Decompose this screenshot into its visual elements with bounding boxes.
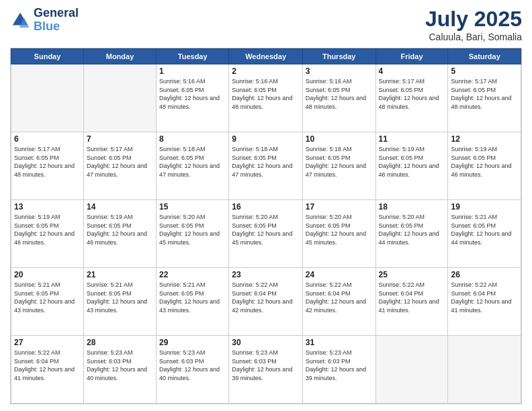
- week-row-2: 6Sunrise: 5:17 AM Sunset: 6:05 PM Daylig…: [11, 132, 521, 200]
- cal-cell-2-4: 17Sunrise: 5:20 AM Sunset: 6:05 PM Dayli…: [302, 200, 375, 268]
- day-number: 16: [232, 202, 300, 212]
- cal-cell-4-0: 27Sunrise: 5:22 AM Sunset: 6:04 PM Dayli…: [11, 336, 84, 404]
- day-number: 15: [159, 202, 226, 212]
- day-number: 20: [14, 270, 81, 279]
- day-number: 19: [451, 202, 518, 212]
- cell-info: Sunrise: 5:21 AM Sunset: 6:05 PM Dayligh…: [14, 281, 81, 314]
- cal-cell-4-4: 31Sunrise: 5:23 AM Sunset: 6:03 PM Dayli…: [302, 336, 375, 404]
- day-number: 3: [306, 66, 373, 76]
- day-number: 10: [306, 134, 373, 144]
- cell-info: Sunrise: 5:20 AM Sunset: 6:05 PM Dayligh…: [379, 213, 445, 246]
- cell-info: Sunrise: 5:22 AM Sunset: 6:04 PM Dayligh…: [14, 349, 81, 382]
- day-number: 22: [159, 270, 226, 279]
- cell-info: Sunrise: 5:17 AM Sunset: 6:05 PM Dayligh…: [451, 77, 518, 111]
- header-thursday: Thursday: [302, 49, 375, 64]
- cal-cell-4-5: [375, 336, 448, 404]
- month-title: July 2025: [425, 7, 522, 32]
- cell-info: Sunrise: 5:23 AM Sunset: 6:03 PM Dayligh…: [159, 349, 226, 382]
- cal-cell-1-3: 9Sunrise: 5:18 AM Sunset: 6:05 PM Daylig…: [229, 132, 303, 200]
- header-friday: Friday: [375, 49, 448, 64]
- cal-cell-0-1: [83, 64, 156, 132]
- cal-cell-2-3: 16Sunrise: 5:20 AM Sunset: 6:05 PM Dayli…: [229, 200, 303, 268]
- cell-info: Sunrise: 5:17 AM Sunset: 6:05 PM Dayligh…: [14, 145, 81, 179]
- location: Caluula, Bari, Somalia: [425, 32, 522, 42]
- day-number: 30: [232, 338, 300, 347]
- cell-info: Sunrise: 5:19 AM Sunset: 6:05 PM Dayligh…: [379, 145, 445, 179]
- header-row: Sunday Monday Tuesday Wednesday Thursday…: [11, 49, 521, 64]
- day-number: 24: [306, 270, 373, 279]
- cell-info: Sunrise: 5:23 AM Sunset: 6:03 PM Dayligh…: [87, 349, 153, 382]
- cal-cell-1-2: 8Sunrise: 5:18 AM Sunset: 6:05 PM Daylig…: [157, 132, 229, 200]
- cell-info: Sunrise: 5:21 AM Sunset: 6:05 PM Dayligh…: [87, 281, 153, 314]
- cal-cell-1-0: 6Sunrise: 5:17 AM Sunset: 6:05 PM Daylig…: [11, 132, 84, 200]
- cell-info: Sunrise: 5:22 AM Sunset: 6:04 PM Dayligh…: [306, 281, 373, 314]
- cal-cell-3-2: 22Sunrise: 5:21 AM Sunset: 6:05 PM Dayli…: [157, 268, 229, 336]
- cal-cell-4-2: 29Sunrise: 5:23 AM Sunset: 6:03 PM Dayli…: [157, 336, 229, 404]
- day-number: 1: [159, 66, 226, 76]
- cal-cell-3-4: 24Sunrise: 5:22 AM Sunset: 6:04 PM Dayli…: [302, 268, 375, 336]
- week-row-3: 13Sunrise: 5:19 AM Sunset: 6:05 PM Dayli…: [11, 200, 521, 268]
- cell-info: Sunrise: 5:20 AM Sunset: 6:05 PM Dayligh…: [159, 213, 226, 246]
- day-number: 7: [87, 134, 153, 144]
- cell-info: Sunrise: 5:21 AM Sunset: 6:05 PM Dayligh…: [159, 281, 226, 314]
- day-number: 12: [451, 134, 518, 144]
- cell-info: Sunrise: 5:18 AM Sunset: 6:05 PM Dayligh…: [159, 145, 226, 179]
- week-row-1: 1Sunrise: 5:16 AM Sunset: 6:05 PM Daylig…: [11, 64, 521, 132]
- cal-cell-2-2: 15Sunrise: 5:20 AM Sunset: 6:05 PM Dayli…: [157, 200, 229, 268]
- day-number: 6: [14, 134, 81, 144]
- cal-cell-0-5: 4Sunrise: 5:17 AM Sunset: 6:05 PM Daylig…: [375, 64, 448, 132]
- day-number: 29: [159, 338, 226, 347]
- cell-info: Sunrise: 5:16 AM Sunset: 6:05 PM Dayligh…: [159, 77, 226, 111]
- cal-cell-1-6: 12Sunrise: 5:19 AM Sunset: 6:05 PM Dayli…: [448, 132, 521, 200]
- day-number: 8: [159, 134, 226, 144]
- calendar-table: Sunday Monday Tuesday Wednesday Thursday…: [11, 48, 521, 404]
- cal-cell-2-6: 19Sunrise: 5:21 AM Sunset: 6:05 PM Dayli…: [448, 200, 521, 268]
- cal-cell-4-6: [448, 336, 521, 404]
- cal-cell-2-0: 13Sunrise: 5:19 AM Sunset: 6:05 PM Dayli…: [11, 200, 84, 268]
- day-number: 4: [379, 66, 445, 76]
- cal-cell-4-1: 28Sunrise: 5:23 AM Sunset: 6:03 PM Dayli…: [83, 336, 156, 404]
- cal-cell-3-0: 20Sunrise: 5:21 AM Sunset: 6:05 PM Dayli…: [11, 268, 84, 336]
- header-saturday: Saturday: [448, 49, 521, 64]
- logo-icon: [10, 10, 30, 30]
- cal-cell-1-1: 7Sunrise: 5:17 AM Sunset: 6:05 PM Daylig…: [83, 132, 156, 200]
- cal-cell-0-2: 1Sunrise: 5:16 AM Sunset: 6:05 PM Daylig…: [157, 64, 229, 132]
- cell-info: Sunrise: 5:23 AM Sunset: 6:03 PM Dayligh…: [306, 349, 373, 382]
- cal-cell-3-1: 21Sunrise: 5:21 AM Sunset: 6:05 PM Dayli…: [83, 268, 156, 336]
- header-sunday: Sunday: [11, 49, 84, 64]
- cell-info: Sunrise: 5:23 AM Sunset: 6:03 PM Dayligh…: [232, 349, 300, 382]
- cal-cell-1-5: 11Sunrise: 5:19 AM Sunset: 6:05 PM Dayli…: [375, 132, 448, 200]
- header-tuesday: Tuesday: [157, 49, 229, 64]
- day-number: 14: [87, 202, 153, 212]
- cal-cell-0-6: 5Sunrise: 5:17 AM Sunset: 6:05 PM Daylig…: [448, 64, 521, 132]
- logo: General Blue: [10, 7, 79, 34]
- cal-cell-3-3: 23Sunrise: 5:22 AM Sunset: 6:04 PM Dayli…: [229, 268, 303, 336]
- cell-info: Sunrise: 5:22 AM Sunset: 6:04 PM Dayligh…: [379, 281, 445, 314]
- day-number: 2: [232, 66, 300, 76]
- cal-cell-0-3: 2Sunrise: 5:16 AM Sunset: 6:05 PM Daylig…: [229, 64, 303, 132]
- cal-cell-3-6: 26Sunrise: 5:22 AM Sunset: 6:04 PM Dayli…: [448, 268, 521, 336]
- day-number: 9: [232, 134, 300, 144]
- logo-line1: General: [34, 7, 79, 20]
- cell-info: Sunrise: 5:21 AM Sunset: 6:05 PM Dayligh…: [451, 213, 518, 246]
- logo-text: General Blue: [34, 7, 79, 34]
- day-number: 27: [14, 338, 81, 347]
- day-number: 26: [451, 270, 518, 279]
- page: General Blue July 2025 Caluula, Bari, So…: [0, 0, 532, 411]
- cal-cell-4-3: 30Sunrise: 5:23 AM Sunset: 6:03 PM Dayli…: [229, 336, 303, 404]
- calendar: Sunday Monday Tuesday Wednesday Thursday…: [10, 48, 522, 404]
- week-row-5: 27Sunrise: 5:22 AM Sunset: 6:04 PM Dayli…: [11, 336, 521, 404]
- cell-info: Sunrise: 5:22 AM Sunset: 6:04 PM Dayligh…: [451, 281, 518, 314]
- cal-cell-3-5: 25Sunrise: 5:22 AM Sunset: 6:04 PM Dayli…: [375, 268, 448, 336]
- header-wednesday: Wednesday: [229, 49, 303, 64]
- cell-info: Sunrise: 5:18 AM Sunset: 6:05 PM Dayligh…: [232, 145, 300, 179]
- cell-info: Sunrise: 5:18 AM Sunset: 6:05 PM Dayligh…: [306, 145, 373, 179]
- day-number: 18: [379, 202, 445, 212]
- cal-cell-0-4: 3Sunrise: 5:16 AM Sunset: 6:05 PM Daylig…: [302, 64, 375, 132]
- day-number: 31: [306, 338, 373, 347]
- cell-info: Sunrise: 5:19 AM Sunset: 6:05 PM Dayligh…: [14, 213, 81, 246]
- title-area: July 2025 Caluula, Bari, Somalia: [425, 7, 522, 42]
- cal-cell-1-4: 10Sunrise: 5:18 AM Sunset: 6:05 PM Dayli…: [302, 132, 375, 200]
- cell-info: Sunrise: 5:17 AM Sunset: 6:05 PM Dayligh…: [379, 77, 445, 111]
- header: General Blue July 2025 Caluula, Bari, So…: [10, 7, 522, 42]
